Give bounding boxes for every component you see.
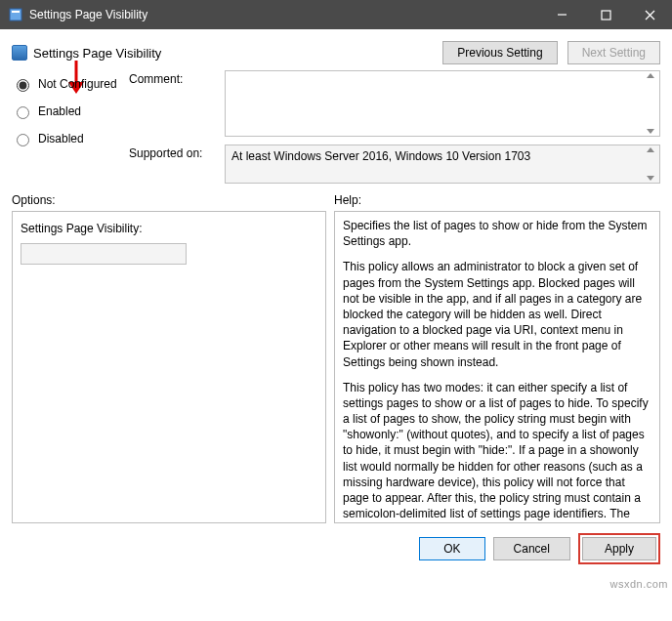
close-button[interactable] [628,0,672,29]
radio-disabled[interactable]: Disabled [12,131,129,146]
radio-not-configured[interactable]: Not Configured [12,76,129,92]
scrollbar-icon [644,73,657,134]
policy-icon [12,45,27,61]
help-text: This policy allows an administrator to b… [343,259,651,369]
radio-enabled[interactable]: Enabled [12,104,129,119]
titlebar: Settings Page Visibility [0,0,672,29]
settings-page-visibility-input [21,243,187,265]
watermark: wsxdn.com [609,578,668,590]
cancel-button[interactable]: Cancel [493,537,570,560]
state-radio-group: Not Configured Enabled Disabled [12,70,129,184]
maximize-button[interactable] [584,0,628,29]
svg-rect-3 [602,11,610,20]
supported-on-label: Supported on: [129,145,217,160]
gpo-icon [8,7,23,22]
options-panel: Settings Page Visibility: [12,211,326,523]
help-panel: Specifies the list of pages to show or h… [334,211,660,523]
scrollbar-icon [644,147,657,181]
comment-label: Comment: [129,70,217,86]
svg-rect-0 [10,9,21,21]
ok-button[interactable]: OK [419,537,484,560]
window-title: Settings Page Visibility [29,8,540,21]
page-title: Settings Page Visibility [33,46,161,61]
previous-setting-button[interactable]: Previous Setting [442,41,557,64]
help-text: This policy has two modes: it can either… [343,380,651,523]
svg-rect-1 [12,11,20,13]
options-label: Options: [12,193,326,207]
help-label: Help: [334,193,361,207]
header: Settings Page Visibility Previous Settin… [0,29,672,70]
options-field-label: Settings Page Visibility: [21,222,317,235]
help-text: Specifies the list of pages to show or h… [343,218,651,249]
footer: OK Cancel Apply [0,523,672,574]
comment-input[interactable] [225,70,660,137]
apply-button[interactable]: Apply [582,537,656,560]
apply-highlight: Apply [578,533,660,564]
supported-on-value: At least Windows Server 2016, Windows 10… [225,145,660,184]
next-setting-button: Next Setting [567,41,660,64]
minimize-button[interactable] [540,0,584,29]
